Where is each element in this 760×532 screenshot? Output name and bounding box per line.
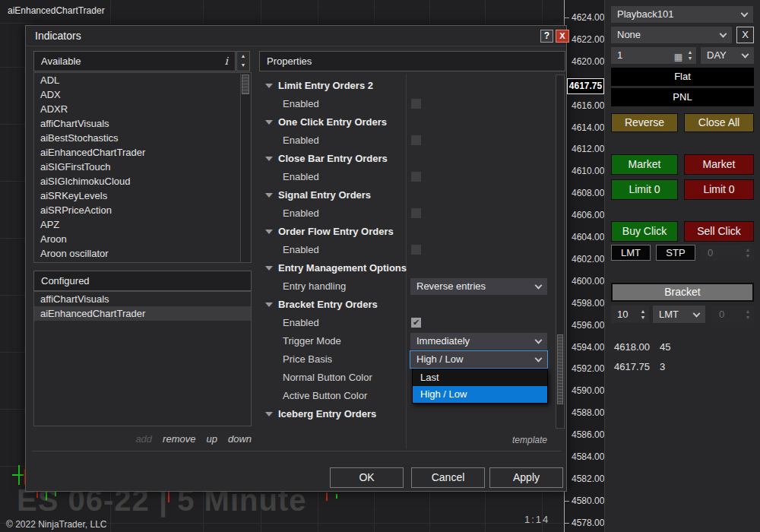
available-list-item[interactable]: aiEnhancedChartTrader xyxy=(34,145,251,160)
buy-click-button[interactable]: Buy Click xyxy=(611,221,678,242)
dropdown-option[interactable]: High / Low xyxy=(413,386,547,403)
dialog-footer-divider xyxy=(32,451,562,451)
up-link[interactable]: up xyxy=(206,433,217,445)
available-list-item[interactable]: Aroon xyxy=(34,232,251,246)
sell-limit-button[interactable]: Limit 0 xyxy=(684,179,754,200)
buy-limit-button[interactable]: Limit 0 xyxy=(611,179,678,200)
bracket-type-dropdown[interactable]: LMT xyxy=(653,306,705,323)
triangle-down-icon[interactable] xyxy=(265,193,273,198)
available-list-item[interactable]: aiSRPriceAction xyxy=(34,203,251,217)
property-category-label[interactable]: Order Flow Entry Orders xyxy=(278,226,394,237)
property-row: Bracket Entry Orders xyxy=(259,296,556,314)
property-checkbox[interactable] xyxy=(411,99,421,109)
atm-strategy-dropdown[interactable]: None xyxy=(611,27,732,43)
price-axis-label: 4594.00 xyxy=(572,341,604,353)
properties-scrollbar-thumb[interactable] xyxy=(557,334,563,404)
available-list[interactable]: ADLADXADXRaffiChartVisualsaiBestStochast… xyxy=(33,72,252,263)
close-all-button[interactable]: Close All xyxy=(684,113,754,132)
available-list-item[interactable]: aiSIGIchimokuCloud xyxy=(34,174,251,188)
property-category-label[interactable]: Close Bar Entry Orders xyxy=(278,153,388,164)
app-window: aiEnhancedChartTrader ES 06-22 | 5 Minut… xyxy=(0,0,760,532)
property-checkbox[interactable] xyxy=(411,245,421,255)
property-row: Enabled xyxy=(259,131,556,150)
available-list-item[interactable]: affiChartVisuals xyxy=(34,116,251,131)
bracket-type-value: LMT xyxy=(659,309,679,320)
close-icon[interactable]: X xyxy=(556,30,569,43)
property-checkbox[interactable] xyxy=(411,135,421,145)
stp-mode-button[interactable]: STP xyxy=(656,245,695,261)
property-row: Enabled✔ xyxy=(259,314,556,332)
account-dropdown[interactable]: Playback101 xyxy=(611,6,753,23)
sell-market-button[interactable]: Market xyxy=(684,154,754,175)
available-list-item[interactable]: ADXR xyxy=(34,102,251,116)
down-link[interactable]: down xyxy=(228,433,252,445)
dropdown-option[interactable]: Last xyxy=(413,369,547,386)
dialog-titlebar[interactable]: Indicators ? X xyxy=(26,26,566,46)
price-axis-label: 4600.00 xyxy=(572,275,604,287)
bracket-qty-stepper[interactable]: 10 ▲▼ xyxy=(611,306,649,323)
price-axis-label: 4590.00 xyxy=(572,385,604,397)
available-list-item[interactable]: aiSIGFirstTouch xyxy=(34,160,251,174)
price-axis-label: 4580.00 xyxy=(572,495,604,507)
triangle-down-icon[interactable] xyxy=(265,302,273,307)
triangle-down-icon[interactable] xyxy=(265,266,273,271)
property-checkbox[interactable]: ✔ xyxy=(411,318,421,328)
remove-link[interactable]: remove xyxy=(163,433,195,445)
cancel-button[interactable]: Cancel xyxy=(411,467,485,488)
property-dropdown[interactable]: High / Low xyxy=(410,351,547,368)
available-list-item[interactable]: ADX xyxy=(34,87,251,102)
sell-click-button[interactable]: Sell Click xyxy=(684,221,754,242)
available-scrollbar-thumb[interactable] xyxy=(242,74,249,94)
available-scrollbar[interactable] xyxy=(240,74,250,263)
triangle-down-icon[interactable] xyxy=(265,412,273,416)
available-list-item[interactable]: ADL xyxy=(34,73,251,87)
tif-dropdown[interactable]: DAY xyxy=(701,47,754,64)
configured-list-item[interactable]: affiChartVisuals xyxy=(34,292,251,306)
help-button[interactable]: ? xyxy=(540,30,553,43)
chart-tab-title[interactable]: aiEnhancedChartTrader xyxy=(8,5,105,16)
calculator-icon[interactable]: ▦ xyxy=(674,49,682,64)
property-checkbox[interactable] xyxy=(411,208,421,218)
triangle-down-icon[interactable] xyxy=(265,84,273,88)
apply-button[interactable]: Apply xyxy=(489,467,563,488)
available-list-item[interactable]: Aroon oscillator xyxy=(34,246,251,261)
triangle-down-icon[interactable] xyxy=(265,157,273,161)
configured-list-item[interactable]: aiEnhancedChartTrader xyxy=(34,306,251,321)
lmt-mode-button[interactable]: LMT xyxy=(611,245,651,261)
available-list-item[interactable]: aiBestStochastics xyxy=(34,131,251,145)
properties-header: Properties xyxy=(259,51,565,71)
property-category-label[interactable]: Limit Entry Orders 2 xyxy=(278,80,373,91)
quantity-stepper[interactable]: 1 ▦ ▲▼ xyxy=(611,47,696,64)
quantity-spin-arrows[interactable]: ▲▼ xyxy=(686,49,694,62)
property-category-label[interactable]: Iceberg Entry Orders xyxy=(278,408,376,420)
ok-button[interactable]: OK xyxy=(330,467,404,488)
property-label: Active Button Color xyxy=(283,390,367,401)
atm-close-button[interactable]: X xyxy=(736,27,754,43)
available-list-item[interactable]: APZ xyxy=(34,217,251,232)
property-checkbox[interactable] xyxy=(411,172,421,182)
triangle-down-icon[interactable] xyxy=(265,120,273,125)
properties-scrollbar[interactable] xyxy=(556,74,565,429)
bracket-offset-value: 0 xyxy=(719,309,724,320)
property-category-label[interactable]: Entry Management Options xyxy=(278,262,407,274)
template-link[interactable]: template xyxy=(512,435,547,445)
bracket-button[interactable]: Bracket xyxy=(611,283,754,302)
property-category-label[interactable]: One Click Entry Orders xyxy=(278,116,387,128)
available-list-item[interactable]: aiSRKeyLevels xyxy=(34,188,251,203)
available-scroll-arrows[interactable]: ▲▼ xyxy=(236,51,250,71)
property-row: Enabled xyxy=(259,241,556,259)
buy-market-button[interactable]: Market xyxy=(611,154,678,175)
triangle-down-icon[interactable] xyxy=(265,230,273,234)
pnl-button[interactable]: PNL xyxy=(611,88,754,106)
property-category-label[interactable]: Signal Entry Orders xyxy=(278,189,371,201)
reverse-button[interactable]: Reverse xyxy=(611,113,678,132)
property-dropdown[interactable]: Immediately xyxy=(410,333,547,350)
price-axis-label: 4588.00 xyxy=(572,407,604,419)
flat-button[interactable]: Flat xyxy=(611,68,754,86)
bracket-qty-spin-arrows[interactable]: ▲▼ xyxy=(639,309,647,321)
configured-list[interactable]: affiChartVisualsaiEnhancedChartTrader xyxy=(33,291,252,426)
info-icon[interactable]: i xyxy=(225,52,228,71)
price-axis-label: 4616.00 xyxy=(572,100,604,112)
property-category-label[interactable]: Bracket Entry Orders xyxy=(278,299,378,310)
property-dropdown[interactable]: Reverse entries xyxy=(410,278,547,295)
